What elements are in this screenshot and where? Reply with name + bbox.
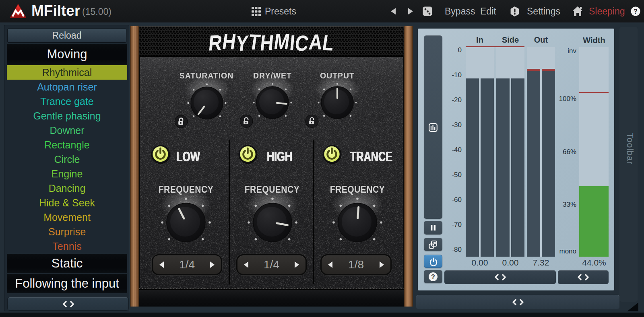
- svg-text:?: ?: [634, 8, 638, 15]
- svg-text:?: ?: [431, 274, 435, 280]
